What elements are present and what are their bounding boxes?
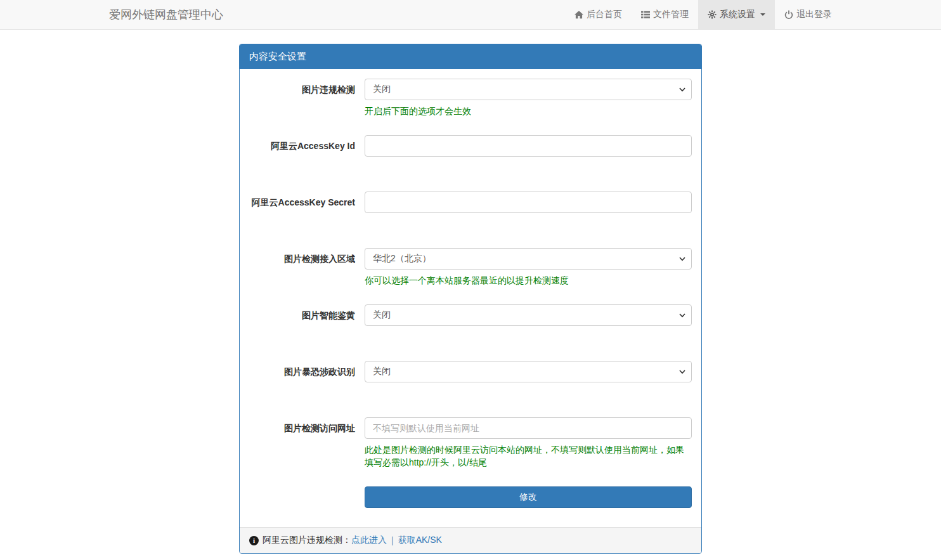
nav-item-label: 系统设置 [720, 9, 755, 20]
brand-title[interactable]: 爱网外链网盘管理中心 [100, 0, 233, 29]
field-control: 此处是图片检测的时候阿里云访问本站的网址，不填写则默认使用当前网址，如果填写必需… [365, 417, 692, 474]
field-detection-region: 图片检测接入区域 华北2（北京） 你可以选择一个离本站服务器最近的以提升检测速度 [249, 248, 692, 304]
field-label-detection-region: 图片检测接入区域 [249, 248, 365, 304]
panel-title: 内容安全设置 [249, 51, 306, 62]
nav-item-logout[interactable]: 退出登录 [775, 0, 841, 29]
nav-item-admin-home[interactable]: 后台首页 [565, 0, 632, 29]
panel-body: 图片违规检测 关闭 开启后下面的选项才会生效 [240, 69, 701, 527]
field-label-image-violation-detection: 图片违规检测 [249, 79, 365, 135]
submit-row: 修改 [249, 486, 692, 508]
field-control [365, 135, 692, 192]
field-label-porn-detection: 图片智能鉴黄 [249, 304, 365, 361]
top-navbar: 爱网外链网盘管理中心 后台首页 文件管理 [0, 0, 941, 30]
nav-item-system-settings[interactable]: 系统设置 [698, 0, 775, 29]
navbar-container: 爱网外链网盘管理中心 后台首页 文件管理 [100, 0, 841, 29]
field-control: 修改 [365, 486, 692, 508]
nav-item-label: 退出登录 [796, 9, 832, 20]
content-security-form: 图片违规检测 关闭 开启后下面的选项才会生效 [249, 79, 692, 508]
field-help-image-violation-detection: 开启后下面的选项才会生效 [365, 105, 692, 117]
field-control [365, 192, 692, 248]
info-icon: i [249, 536, 259, 545]
aliyun-accesskey-id-input[interactable] [365, 135, 692, 157]
navbar-menu: 后台首页 文件管理 系统设置 [565, 0, 841, 29]
panel-heading: 内容安全设置 [240, 44, 701, 69]
content-security-panel: 内容安全设置 图片违规检测 关闭 开启后 [239, 44, 702, 554]
aliyun-accesskey-secret-input[interactable] [365, 192, 692, 213]
detection-region-select[interactable]: 华北2（北京） [365, 248, 692, 270]
submit-button[interactable]: 修改 [365, 486, 692, 508]
nav-item-label: 后台首页 [587, 9, 622, 20]
field-porn-detection: 图片智能鉴黄 关闭 [249, 304, 692, 361]
panel-footer: i 阿里云图片违规检测： 点此进入 | 获取AK/SK [240, 527, 701, 553]
footer-text: 阿里云图片违规检测： [263, 535, 351, 546]
field-aliyun-accesskey-secret: 阿里云AccessKey Secret [249, 192, 692, 248]
image-violation-detection-select[interactable]: 关闭 [365, 79, 692, 100]
footer-link-get-aksk[interactable]: 获取AK/SK [398, 535, 442, 546]
field-control: 关闭 开启后下面的选项才会生效 [365, 79, 692, 135]
field-detection-site-url: 图片检测访问网址 此处是图片检测的时候阿里云访问本站的网址，不填写则默认使用当前… [249, 417, 692, 474]
footer-link-enter[interactable]: 点此进入 [351, 535, 387, 546]
field-label-terror-politics-detection: 图片暴恐涉政识别 [249, 361, 365, 417]
field-help-detection-region: 你可以选择一个离本站服务器最近的以提升检测速度 [365, 274, 692, 287]
power-icon [784, 10, 793, 19]
field-aliyun-accesskey-id: 阿里云AccessKey Id [249, 135, 692, 192]
field-label-aliyun-accesskey-id: 阿里云AccessKey Id [249, 135, 365, 192]
nav-item-file-management[interactable]: 文件管理 [632, 0, 698, 29]
field-help-detection-site-url: 此处是图片检测的时候阿里云访问本站的网址，不填写则默认使用当前网址，如果填写必需… [365, 443, 692, 469]
field-label-aliyun-accesskey-secret: 阿里云AccessKey Secret [249, 192, 365, 248]
field-control: 关闭 [365, 304, 692, 361]
list-icon [641, 10, 650, 19]
field-image-violation-detection: 图片违规检测 关闭 开启后下面的选项才会生效 [249, 79, 692, 135]
field-label-detection-site-url: 图片检测访问网址 [249, 417, 365, 474]
field-terror-politics-detection: 图片暴恐涉政识别 关闭 [249, 361, 692, 417]
detection-site-url-input[interactable] [365, 417, 692, 439]
nav-item-label: 文件管理 [653, 9, 689, 20]
porn-detection-select[interactable]: 关闭 [365, 304, 692, 326]
footer-separator: | [391, 535, 394, 545]
field-control: 华北2（北京） 你可以选择一个离本站服务器最近的以提升检测速度 [365, 248, 692, 304]
gear-icon [708, 10, 717, 19]
main-content: 内容安全设置 图片违规检测 关闭 开启后 [0, 30, 941, 560]
caret-down-icon [760, 13, 765, 16]
label-spacer [249, 486, 365, 508]
field-control: 关闭 [365, 361, 692, 417]
home-icon [574, 10, 583, 19]
terror-politics-detection-select[interactable]: 关闭 [365, 361, 692, 382]
